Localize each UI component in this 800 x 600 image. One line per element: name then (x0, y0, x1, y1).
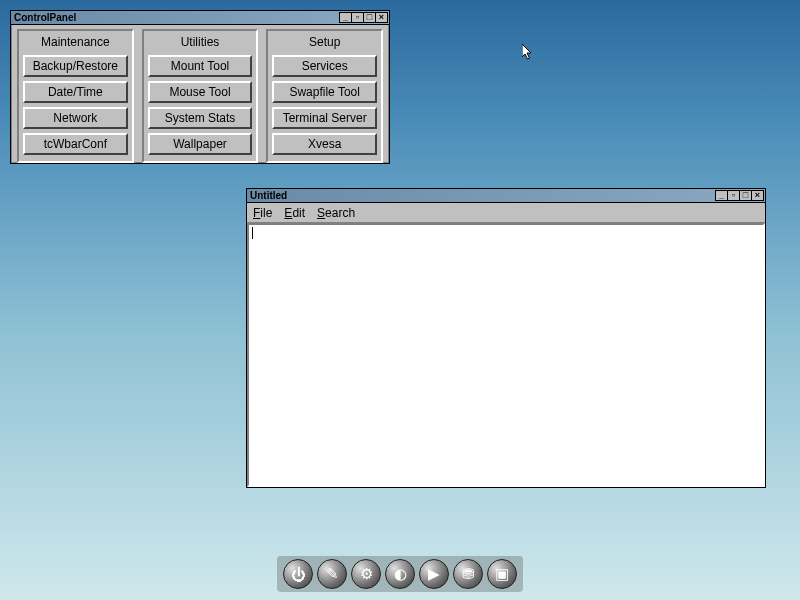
dock-run-icon[interactable]: ▶ (419, 559, 449, 589)
dock-apps-icon[interactable]: ◐ (385, 559, 415, 589)
control-panel-column-utilities: Utilities Mount Tool Mouse Tool System S… (142, 29, 259, 163)
wallpaper-button[interactable]: Wallpaper (148, 133, 253, 155)
backup-restore-button[interactable]: Backup/Restore (23, 55, 128, 77)
close-button[interactable]: × (751, 190, 764, 201)
menu-file-accel: F (253, 206, 260, 220)
dock-exit-icon[interactable]: ⏻ (283, 559, 313, 589)
xvesa-button[interactable]: Xvesa (272, 133, 377, 155)
control-panel-body: Maintenance Backup/Restore Date/Time Net… (11, 25, 389, 169)
system-stats-button[interactable]: System Stats (148, 107, 253, 129)
dock-mount-icon[interactable]: ⛃ (453, 559, 483, 589)
menu-edit-accel: E (284, 206, 292, 220)
close-button[interactable]: × (375, 12, 388, 23)
services-button[interactable]: Services (272, 55, 377, 77)
date-time-button[interactable]: Date/Time (23, 81, 128, 103)
control-panel-titlebar[interactable]: ControlPanel _ ▫ □ × (11, 11, 389, 25)
control-panel-column-setup: Setup Services Swapfile Tool Terminal Se… (266, 29, 383, 163)
tcwbarconf-button[interactable]: tcWbarConf (23, 133, 128, 155)
editor-window: Untitled _ ▫ □ × File Edit Search (246, 188, 766, 488)
editor-titlebar-buttons: _ ▫ □ × (715, 190, 764, 201)
menu-file[interactable]: File (253, 206, 272, 220)
dock-terminal-icon[interactable]: ▣ (487, 559, 517, 589)
column-title: Utilities (148, 33, 253, 53)
menu-edit[interactable]: Edit (284, 206, 305, 220)
dock-editor-icon[interactable]: ✎ (317, 559, 347, 589)
editor-textarea[interactable] (247, 223, 765, 487)
editor-menubar: File Edit Search (247, 203, 765, 223)
control-panel-column-maintenance: Maintenance Backup/Restore Date/Time Net… (17, 29, 134, 163)
mouse-tool-button[interactable]: Mouse Tool (148, 81, 253, 103)
column-title: Maintenance (23, 33, 128, 53)
editor-title: Untitled (248, 190, 287, 201)
swapfile-tool-button[interactable]: Swapfile Tool (272, 81, 377, 103)
control-panel-window: ControlPanel _ ▫ □ × Maintenance Backup/… (10, 10, 390, 164)
dock-control-panel-icon[interactable]: ⚙ (351, 559, 381, 589)
terminal-server-button[interactable]: Terminal Server (272, 107, 377, 129)
control-panel-title: ControlPanel (12, 12, 76, 23)
menu-search-accel: S (317, 206, 325, 220)
column-title: Setup (272, 33, 377, 53)
network-button[interactable]: Network (23, 107, 128, 129)
dock: ⏻ ✎ ⚙ ◐ ▶ ⛃ ▣ (277, 556, 523, 592)
editor-titlebar[interactable]: Untitled _ ▫ □ × (247, 189, 765, 203)
mount-tool-button[interactable]: Mount Tool (148, 55, 253, 77)
menu-search[interactable]: Search (317, 206, 355, 220)
mouse-cursor-icon (522, 44, 534, 62)
text-caret (252, 227, 253, 239)
control-panel-titlebar-buttons: _ ▫ □ × (339, 12, 388, 23)
